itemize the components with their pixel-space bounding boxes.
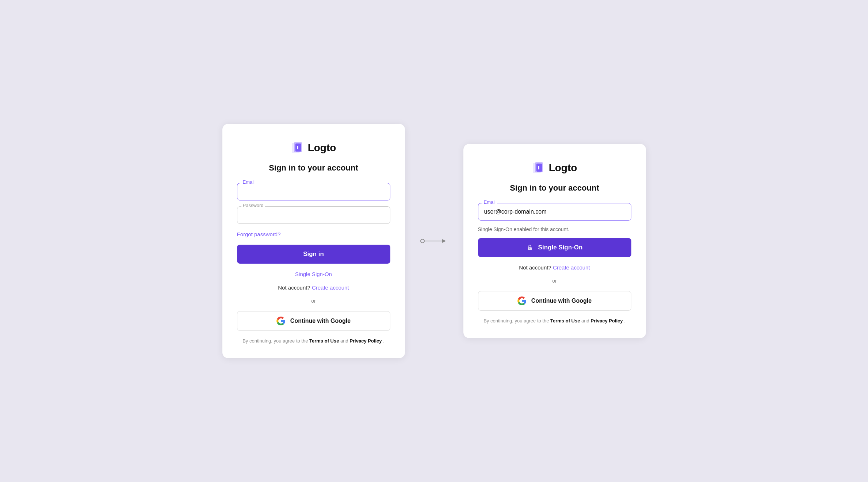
terms-link[interactable]: Terms of Use bbox=[309, 338, 339, 344]
or-divider: or bbox=[237, 298, 390, 304]
password-field-wrapper: Password bbox=[237, 206, 390, 224]
terms-text: By continuing, you agree to the Terms of… bbox=[237, 338, 390, 344]
create-account-link[interactable]: Create account bbox=[312, 284, 349, 291]
sign-in-button[interactable]: Sign in bbox=[237, 245, 390, 264]
arrow-connector bbox=[420, 236, 449, 246]
right-or-text: or bbox=[552, 278, 557, 284]
page-wrapper: Logto Sign in to your account Email Pass… bbox=[215, 124, 653, 358]
google-button[interactable]: Continue with Google bbox=[237, 311, 390, 331]
email-input[interactable] bbox=[237, 183, 390, 200]
password-label: Password bbox=[241, 203, 265, 208]
email-label: Email bbox=[241, 179, 256, 185]
right-logo-name: Logto bbox=[549, 162, 577, 174]
or-text: or bbox=[311, 298, 316, 304]
sso-button[interactable]: Single Sign-On bbox=[478, 238, 631, 257]
right-no-account-text: Not account? Create account bbox=[478, 264, 631, 271]
svg-rect-3 bbox=[297, 146, 298, 149]
right-google-icon bbox=[517, 297, 526, 305]
svg-marker-6 bbox=[442, 239, 446, 243]
svg-point-12 bbox=[529, 248, 530, 249]
right-or-line-right bbox=[561, 281, 631, 281]
right-email-input[interactable] bbox=[478, 203, 631, 221]
right-privacy-link[interactable]: Privacy Policy bbox=[590, 318, 623, 324]
svg-rect-10 bbox=[538, 166, 539, 169]
left-card-title: Sign in to your account bbox=[237, 163, 390, 173]
password-input[interactable] bbox=[237, 206, 390, 224]
right-logo-area: Logto bbox=[478, 161, 631, 175]
right-google-button-label: Continue with Google bbox=[531, 298, 592, 304]
arrow-svg bbox=[420, 236, 449, 246]
sso-button-label: Single Sign-On bbox=[538, 244, 583, 251]
right-create-account-link[interactable]: Create account bbox=[553, 264, 590, 271]
or-line-left bbox=[237, 301, 307, 301]
or-line-right bbox=[320, 301, 390, 301]
logo-name: Logto bbox=[308, 142, 336, 154]
right-terms-link[interactable]: Terms of Use bbox=[550, 318, 580, 324]
no-account-text: Not account? Create account bbox=[237, 284, 390, 291]
right-or-line-left bbox=[478, 281, 548, 281]
google-icon bbox=[276, 317, 285, 325]
right-card: Logto Sign in to your account Email Sing… bbox=[463, 144, 646, 338]
right-terms-text: By continuing, you agree to the Terms of… bbox=[478, 318, 631, 324]
right-card-title: Sign in to your account bbox=[478, 183, 631, 193]
sso-note: Single Sign-On enabled for this account. bbox=[478, 226, 631, 232]
privacy-link[interactable]: Privacy Policy bbox=[349, 338, 382, 344]
right-google-button[interactable]: Continue with Google bbox=[478, 291, 631, 311]
right-logto-logo-icon bbox=[532, 161, 545, 175]
svg-point-4 bbox=[421, 239, 424, 243]
logo-area: Logto bbox=[237, 141, 390, 154]
left-card: Logto Sign in to your account Email Pass… bbox=[222, 124, 405, 358]
sso-link[interactable]: Single Sign-On bbox=[237, 271, 390, 277]
email-field-wrapper: Email bbox=[237, 183, 390, 200]
right-or-divider: or bbox=[478, 278, 631, 284]
forgot-password-link[interactable]: Forgot password? bbox=[237, 231, 281, 237]
right-email-label: Email bbox=[482, 199, 497, 205]
google-button-label: Continue with Google bbox=[290, 318, 351, 324]
right-email-field-wrapper: Email bbox=[478, 203, 631, 221]
lock-icon bbox=[527, 244, 533, 251]
logto-logo-icon bbox=[291, 141, 304, 154]
